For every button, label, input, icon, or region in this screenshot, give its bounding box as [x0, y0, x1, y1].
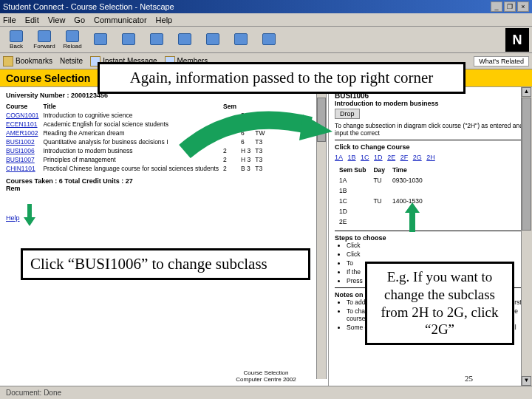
bookmarks-icon	[3, 56, 13, 66]
subclass-link[interactable]: 1D	[374, 154, 383, 161]
schedule-row: 1B	[336, 186, 426, 195]
reload-label: Reload	[63, 43, 81, 50]
scroll-up-button[interactable]: ▲	[522, 87, 531, 97]
window-titlebar: Student Connect - Course Selection - Net…	[0, 0, 532, 13]
print-icon	[178, 33, 191, 45]
bookmarks-group[interactable]: Bookmarks	[3, 56, 52, 66]
guide-icon	[150, 33, 163, 45]
slide-number: 25	[465, 374, 473, 383]
back-icon	[10, 30, 23, 42]
course-link[interactable]: ECEN1101	[6, 120, 43, 129]
svg-marker-0	[299, 115, 332, 140]
course-link[interactable]: BUSI1007	[6, 155, 43, 164]
main-toolbar: Back Forward Reload N	[0, 27, 532, 53]
menu-communicator[interactable]: Communicator	[94, 16, 147, 24]
step-item: Click	[347, 242, 526, 249]
down-arrow-icon	[24, 204, 35, 226]
course-link[interactable]: COGN1001	[6, 111, 43, 120]
annotation-top: Again, information passed to the top rig…	[98, 62, 466, 94]
subclass-link[interactable]: 2E	[387, 154, 395, 161]
print-button[interactable]	[171, 28, 198, 52]
menu-edit[interactable]: Edit	[25, 16, 39, 24]
footer-line1: Course Selection	[214, 369, 318, 376]
svg-marker-2	[24, 204, 35, 226]
status-text: Document: Done	[6, 389, 61, 397]
steps-title: Steps to choose	[335, 234, 526, 242]
subclass-list: 1A 1B 1C 1D 2E 2F 2G 2H	[335, 154, 526, 161]
detail-title: Introduction to modern business	[335, 100, 526, 107]
reload-button[interactable]: Reload	[59, 28, 86, 52]
col-title: Title	[43, 102, 223, 111]
step-item: Click	[347, 250, 526, 258]
back-button[interactable]: Back	[3, 28, 30, 52]
shop-icon	[234, 33, 248, 45]
whats-related-button[interactable]: What's Related	[474, 56, 529, 66]
subclass-link[interactable]: 1B	[348, 154, 356, 161]
up-arrow-icon	[405, 202, 420, 232]
scroll-down-button[interactable]: ▼	[522, 376, 531, 386]
forward-icon	[38, 30, 51, 42]
menu-bar: File Edit View Go Communicator Help	[0, 13, 532, 27]
shop-button[interactable]	[228, 28, 254, 52]
netsite-group: Netsite	[60, 57, 83, 65]
course-link-busi1006[interactable]: BUSI1006	[6, 146, 43, 155]
subclass-link[interactable]: 2F	[400, 154, 409, 161]
back-label: Back	[10, 43, 23, 50]
home-icon	[94, 33, 107, 45]
annotation-left: Click “BUSI1006” to change subclass	[21, 248, 310, 280]
table-header-row: Course Title Sem	[6, 102, 270, 111]
forward-label: Forward	[33, 43, 55, 50]
svg-marker-1	[405, 202, 420, 232]
reload-icon	[66, 30, 79, 42]
course-link[interactable]: CHIN1101	[6, 164, 43, 173]
col-course: Course	[6, 102, 43, 111]
bookmarks-label: Bookmarks	[16, 57, 52, 65]
menu-file[interactable]: File	[3, 16, 16, 24]
menu-help[interactable]: Help	[156, 16, 173, 24]
search-icon	[122, 33, 135, 45]
menu-go[interactable]: Go	[74, 16, 85, 24]
course-link[interactable]: AMER1002	[6, 129, 43, 137]
click-to-change-title: Click to Change Course	[335, 143, 526, 151]
subclass-link-2g[interactable]: 2G	[413, 154, 422, 161]
footer-line2: Computer Centre 2002	[214, 376, 318, 383]
course-summary: Courses Taken : 6 Total Credit Units : 2…	[6, 177, 322, 185]
col-sem: Sem	[223, 102, 241, 111]
menu-view[interactable]: View	[48, 16, 66, 24]
change-note: To change subsection in diagram click co…	[335, 122, 526, 137]
guide-button[interactable]	[143, 28, 170, 52]
minimize-button[interactable]: _	[491, 1, 502, 12]
security-button[interactable]	[200, 28, 226, 52]
netsite-label: Netsite	[60, 57, 83, 65]
home-button[interactable]	[87, 28, 114, 52]
scrollbar-thumb[interactable]	[522, 98, 531, 231]
netscape-logo: N	[505, 28, 529, 52]
help-link[interactable]: Help	[6, 214, 322, 222]
security-icon	[206, 33, 219, 45]
search-button[interactable]	[115, 28, 142, 52]
right-scrollbar[interactable]: ▲ ▼	[521, 87, 532, 386]
annotation-right: E.g. If you want to change the subclass …	[365, 262, 514, 345]
close-button[interactable]: ×	[517, 1, 529, 12]
schedule-row: 1ATU0930-1030	[336, 176, 426, 185]
window-title: Student Connect - Course Selection - Net…	[3, 2, 174, 11]
stop-icon	[262, 33, 276, 45]
stop-button[interactable]	[256, 28, 282, 52]
page-footer: Course Selection Computer Centre 2002	[214, 369, 318, 383]
subclass-link[interactable]: 1C	[361, 154, 369, 161]
window-controls: _ ❐ ×	[491, 1, 529, 12]
subclass-link-2h[interactable]: 2H	[426, 154, 435, 161]
status-bar: Document: Done	[0, 386, 532, 399]
remark-label: Rem	[6, 185, 322, 192]
maximize-button[interactable]: ❐	[504, 1, 516, 12]
curved-arrow-icon	[177, 111, 340, 163]
course-link[interactable]: BUSI1002	[6, 137, 43, 146]
table-row: CHIN1101Practical Chinese language cours…	[6, 164, 270, 173]
forward-button[interactable]: Forward	[31, 28, 58, 52]
